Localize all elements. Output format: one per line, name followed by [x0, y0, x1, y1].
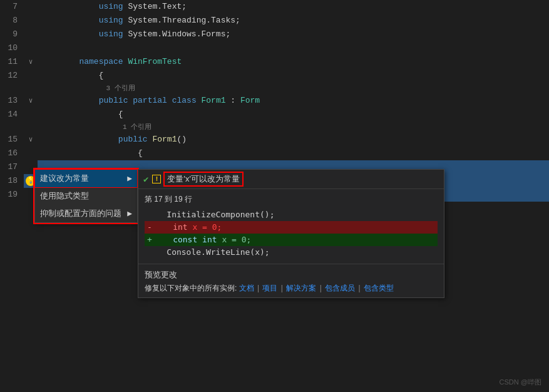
gutter-15: ∨ — [24, 133, 38, 147]
watermark: CSDN @哔图 — [500, 378, 541, 387]
warn-icon: ! — [152, 175, 161, 183]
remove-marker: - — [147, 222, 152, 232]
suggestion-header: ✔ ! 变量'x'可以改为常量 — [138, 170, 444, 189]
line-num-13: 13 — [0, 94, 24, 108]
suggestion-title: 变量'x'可以改为常量 — [165, 173, 242, 185]
link-doc[interactable]: 文档 — [239, 284, 254, 292]
menu-item-suppress-label: 抑制或配置方面的问题 — [40, 208, 121, 219]
link-members[interactable]: 包含成员 — [325, 284, 355, 292]
line-num-14: 14 — [0, 108, 24, 121]
link-solution[interactable]: 解决方案 — [286, 284, 316, 292]
check-icon: ✔ — [143, 174, 148, 185]
menu-item-implicit-type-label: 使用隐式类型 — [40, 190, 89, 202]
line-num-8: 8 — [0, 14, 24, 28]
sep-2: | — [281, 284, 283, 292]
line-num-15: 15 — [0, 133, 24, 147]
menu-suppress-arrow-icon: ▶ — [127, 209, 132, 219]
menu-item-suggest-const-label: 建议改为常量 — [40, 173, 89, 184]
line-num-16: 16 — [0, 147, 24, 160]
menu-item-suggest-const[interactable]: 建议改为常量 ▶ — [35, 170, 137, 187]
diff-line-4: Console.WriteLine(x); — [145, 246, 438, 259]
preview-links: 修复以下对象中的所有实例: 文档 | 项目 | 解决方案 | 包含成员 | 包含… — [145, 283, 438, 294]
line-num-11: 11 — [0, 55, 24, 69]
line-num-10: 10 — [0, 41, 24, 55]
diff-line-2: - int x = 0; — [145, 221, 438, 234]
preview-section: 预览更改 修复以下对象中的所有实例: 文档 | 项目 | 解决方案 | 包含成员… — [138, 264, 444, 297]
line-num-19: 19 — [0, 188, 24, 202]
collapse-13[interactable]: ∨ — [29, 94, 33, 108]
code-line-9: 9 using System.Windows.Forms; — [0, 28, 549, 41]
diff-line-1: InitializeComponent(); — [145, 209, 438, 221]
collapse-11[interactable]: ∨ — [29, 55, 33, 69]
line-num-9: 9 — [0, 28, 24, 41]
line-num-17: 17 — [0, 160, 24, 174]
menu-item-implicit-type[interactable]: 使用隐式类型 — [35, 187, 137, 205]
line-num-7: 7 — [0, 0, 24, 14]
preview-title: 预览更改 — [145, 269, 438, 281]
context-menu: 建议改为常量 ▶ 使用隐式类型 抑制或配置方面的问题 ▶ — [34, 169, 138, 223]
gutter-11: ∨ — [24, 55, 38, 69]
sep-1: | — [257, 284, 259, 292]
collapse-15[interactable]: ∨ — [29, 133, 33, 147]
diff-line-3: + const int x = 0; — [145, 234, 438, 246]
menu-arrow-icon: ▶ — [127, 173, 132, 183]
suggestion-body: 第 17 到 19 行 InitializeComponent(); - int… — [138, 189, 444, 264]
add-marker: + — [147, 235, 152, 244]
line-num-12: 12 — [0, 69, 24, 83]
gutter-13: ∨ — [24, 94, 38, 108]
suggestion-popup: ✔ ! 变量'x'可以改为常量 第 17 到 19 行 InitializeCo… — [138, 169, 444, 298]
sep-4: | — [358, 284, 360, 292]
link-types[interactable]: 包含类型 — [364, 284, 394, 292]
link-project[interactable]: 项目 — [262, 284, 277, 292]
menu-item-suppress[interactable]: 抑制或配置方面的问题 ▶ — [35, 205, 137, 222]
line-num-18: 18 — [0, 174, 24, 188]
editor-area: 7 using System.Text; 8 using System.Thre… — [0, 0, 549, 392]
sep-3: | — [320, 284, 322, 292]
suggestion-range: 第 17 到 19 行 — [145, 194, 438, 205]
